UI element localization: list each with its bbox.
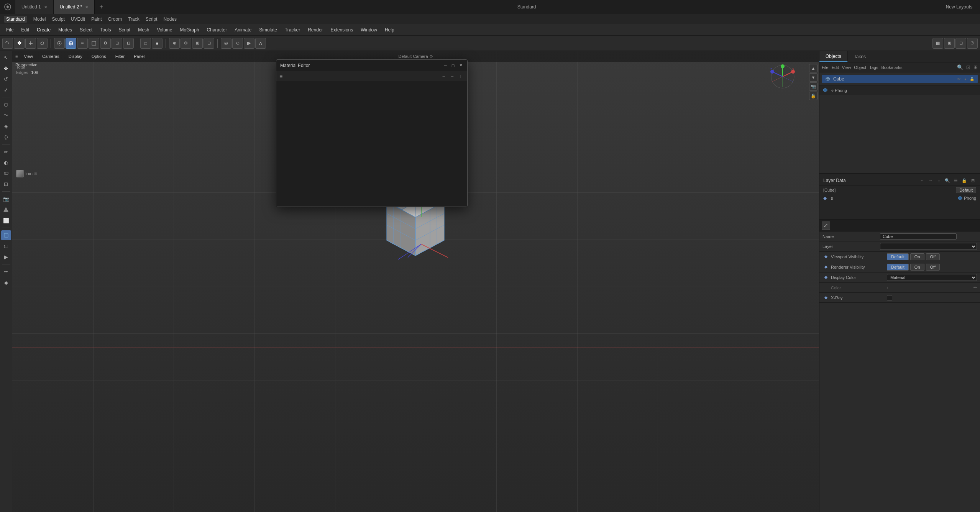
mode-standard[interactable]: Standard [4, 16, 27, 23]
menu-render[interactable]: Render [305, 26, 326, 33]
sidebar-render[interactable]: ▶ [1, 252, 11, 262]
window-close[interactable]: ✕ [458, 63, 463, 68]
vp-ctrl-up[interactable]: ▲ [809, 64, 817, 72]
sidebar-deform[interactable]: ⟨⟩ [1, 132, 11, 142]
toolbar-r4[interactable]: ☉ [967, 38, 978, 49]
mat-nav-back[interactable]: ← [440, 73, 447, 80]
tab-objects[interactable]: Objects [819, 51, 848, 62]
layer-default-btn[interactable]: Default [956, 187, 976, 193]
toolbar-grid-2[interactable]: ⊟ [123, 38, 134, 49]
viewport-view-menu[interactable]: View [21, 53, 36, 59]
tab-close-1[interactable]: ✕ [44, 5, 47, 9]
toolbar-rotate[interactable] [37, 38, 48, 49]
vp-ctrl-down[interactable]: ▼ [809, 73, 817, 82]
prop-vv-off[interactable]: Off [926, 253, 940, 260]
window-minimize[interactable]: ─ [443, 63, 448, 68]
add-tab-button[interactable]: + [95, 0, 107, 14]
mode-script[interactable]: Script [146, 16, 158, 22]
sidebar-timeline[interactable] [1, 267, 11, 277]
sidebar-light[interactable] [1, 205, 11, 215]
toolbar-settings[interactable]: ⚙ [100, 38, 111, 49]
menu-script[interactable]: Script [115, 26, 133, 33]
sidebar-rotate[interactable]: ↺ [1, 74, 11, 84]
toolbar-snap-3[interactable]: ⌗ [77, 38, 88, 49]
mode-sculpt[interactable]: Sculpt [52, 16, 64, 22]
menu-volume[interactable]: Volume [154, 26, 176, 33]
prop-edit-pencil[interactable] [822, 222, 830, 230]
visibility-editor-icon[interactable]: 👁 [956, 76, 962, 82]
window-maximize[interactable]: □ [450, 63, 456, 68]
prop-rv-default[interactable]: Default [887, 264, 909, 271]
menu-file[interactable]: File [3, 26, 16, 33]
toolbar-scale[interactable] [25, 38, 36, 49]
sidebar-keyframe[interactable]: ◆ [1, 277, 11, 287]
tab-close-2[interactable]: ✕ [85, 5, 88, 9]
mode-nodes[interactable]: Nodes [163, 16, 177, 22]
visibility-render-icon[interactable]: ● [963, 76, 968, 82]
toolbar-solid[interactable]: ■ [152, 38, 163, 49]
mode-track[interactable]: Track [128, 16, 140, 22]
menu-window[interactable]: Window [358, 26, 380, 33]
toolbar-render-3[interactable] [244, 38, 254, 49]
obj-menu-view[interactable]: View [842, 65, 851, 70]
sidebar-move[interactable]: ✥ [1, 63, 11, 73]
obj-menu-bookmarks[interactable]: Bookmarks [881, 65, 902, 70]
sidebar-nurbs[interactable]: ◈ [1, 121, 11, 131]
sidebar-poly[interactable]: ⬡ [1, 100, 11, 110]
viewport-options-menu[interactable]: Options [89, 53, 109, 59]
toolbar-pivot-1[interactable]: ⊕ [169, 38, 180, 49]
toolbar-r3[interactable]: ⊟ [955, 38, 966, 49]
material-editor-titlebar[interactable]: Material Editor ─ □ ✕ [276, 60, 467, 71]
menu-tools[interactable]: Tools [97, 26, 114, 33]
obj-menu-tags[interactable]: Tags [869, 65, 878, 70]
toolbar-undo[interactable] [2, 38, 13, 49]
obj-user-icon[interactable]: ⊡ [966, 64, 970, 70]
prop-layer-select[interactable] [880, 243, 977, 250]
lda-forward[interactable]: → [927, 177, 934, 184]
sidebar-weight[interactable] [1, 168, 11, 178]
menu-tracker[interactable]: Tracker [282, 26, 303, 33]
viewport-panel-menu[interactable]: Panel [131, 53, 148, 59]
prop-vv-default[interactable]: Default [887, 253, 909, 260]
mode-groom[interactable]: Groom [108, 16, 122, 22]
menu-edit[interactable]: Edit [18, 26, 32, 33]
viewport-filter-menu[interactable]: Filter [112, 53, 128, 59]
tab-untitled1[interactable]: Untitled 1 ✕ [15, 0, 54, 14]
mode-uvedit[interactable]: UVEdit [71, 16, 85, 22]
prop-xray-checkbox[interactable] [887, 295, 892, 300]
vp-ctrl-camera[interactable]: 📷 [809, 82, 817, 91]
toolbar-coord[interactable] [89, 38, 99, 49]
toolbar-grid[interactable]: ⊞ [112, 38, 122, 49]
lock-icon[interactable]: 🔒 [969, 76, 975, 82]
sidebar-texture[interactable]: ⊡ [1, 179, 11, 189]
lda-filter[interactable]: ☰ [952, 177, 959, 184]
sidebar-paint[interactable]: ✏ [1, 147, 11, 157]
lda-back[interactable]: ← [919, 177, 926, 184]
lda-lock[interactable]: 🔒 [961, 177, 968, 184]
viewport-menu-toggle[interactable]: ≡ [15, 54, 18, 59]
tab-takes[interactable]: Takes [848, 51, 872, 62]
toolbar-pivot-2[interactable]: ⚙ [181, 38, 191, 49]
prop-rv-on[interactable]: On [910, 264, 924, 271]
lda-settings[interactable]: ⊞ [969, 177, 976, 184]
toolbar-r1[interactable]: ▦ [932, 38, 943, 49]
toolbar-box[interactable]: □ [140, 38, 151, 49]
sidebar-select[interactable]: ↖ [1, 53, 11, 62]
toolbar-pivot-4[interactable]: ⊟ [204, 38, 214, 49]
sidebar-material[interactable] [1, 230, 11, 240]
vp-ctrl-lock[interactable]: 🔒 [809, 92, 817, 100]
prop-dc-select[interactable]: Material Color [887, 274, 977, 281]
prop-name-input[interactable] [880, 233, 957, 240]
mat-nav-forward[interactable]: → [449, 73, 456, 80]
menu-create[interactable]: Create [34, 26, 54, 33]
viewport-cameras-menu[interactable]: Cameras [39, 53, 62, 59]
menu-simulate[interactable]: Simulate [256, 26, 280, 33]
mat-menu-icon[interactable]: ≡ [279, 73, 282, 79]
menu-modes[interactable]: Modes [55, 26, 75, 33]
menu-animate[interactable]: Animate [231, 26, 254, 33]
viewport-gizmo[interactable]: X Y Z [769, 63, 796, 90]
layer-data-row-phong[interactable]: ◆ s Phong [819, 194, 980, 202]
toolbar-move[interactable]: ✥ [14, 38, 25, 49]
mat-nav-up[interactable]: ↑ [457, 73, 464, 80]
sidebar-scale[interactable]: ⤢ [1, 85, 11, 95]
